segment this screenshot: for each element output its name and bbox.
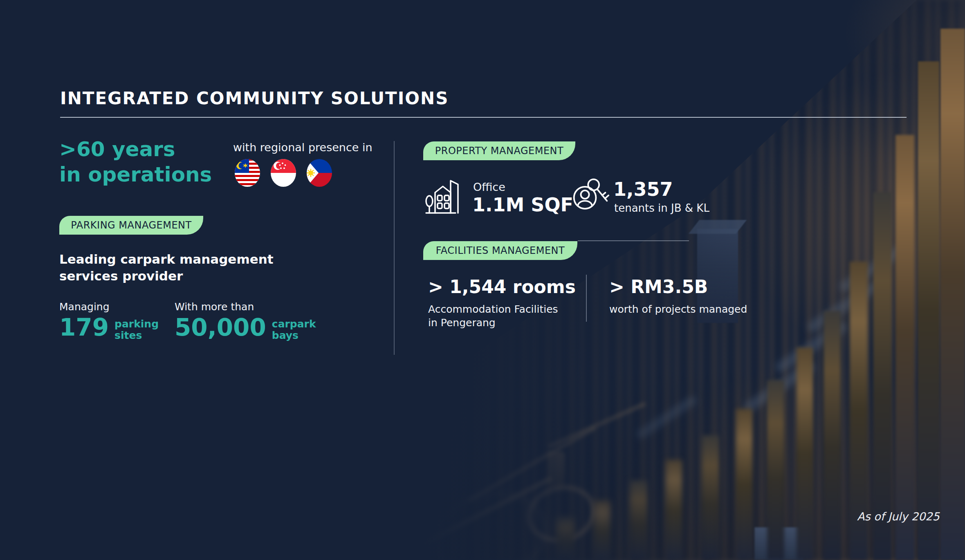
regional-presence-note: with regional presence in xyxy=(233,141,373,154)
regional-flags xyxy=(234,159,332,187)
stat-lead: With more than xyxy=(175,301,316,313)
parking-sites-stat: Managing 179 parking sites xyxy=(59,301,159,341)
office-label: Office xyxy=(473,181,505,193)
property-management-badge: PROPERTY MANAGEMENT xyxy=(423,141,575,160)
facilities-stat-divider xyxy=(586,275,587,322)
singapore-flag-icon xyxy=(270,159,296,187)
stat-row: 179 parking sites xyxy=(59,315,159,341)
stat-unit-line1: parking xyxy=(114,318,159,330)
stat-unit: parking sites xyxy=(114,318,159,341)
stat-row: 50,000 carpark bays xyxy=(175,315,316,341)
tenants-label: tenants in JB & KL xyxy=(614,202,709,214)
malaysia-flag-icon xyxy=(234,159,260,187)
stat-unit-line2: bays xyxy=(272,330,316,341)
page-title: INTEGRATED COMMUNITY SOLUTIONS xyxy=(60,88,449,108)
projects-desc-line1: worth of projects managed xyxy=(609,302,747,316)
parking-headline-line2: services provider xyxy=(59,268,274,284)
office-area-value: 1.1M SQF xyxy=(472,194,573,216)
slide-content: INTEGRATED COMMUNITY SOLUTIONS >60 years… xyxy=(0,0,965,560)
parking-management-badge: PARKING MANAGEMENT xyxy=(59,216,203,235)
philippines-flag-icon xyxy=(306,159,332,187)
tenants-count: 1,357 xyxy=(613,178,673,200)
rooms-value: > 1,544 rooms xyxy=(428,277,576,297)
experience-headline: >60 years in operations xyxy=(59,137,212,187)
stat-lead: Managing xyxy=(59,301,159,313)
projects-stat: > RM3.5B worth of projects managed xyxy=(609,277,747,316)
carpark-bays-stat: With more than 50,000 carpark bays xyxy=(175,301,316,341)
projects-value: > RM3.5B xyxy=(609,277,747,297)
building-icon xyxy=(425,174,466,215)
as-of-date: As of July 2025 xyxy=(857,510,940,523)
stat-unit-line2: sites xyxy=(114,330,159,341)
rooms-stat: > 1,544 rooms Accommodation Facilities i… xyxy=(428,277,576,329)
parking-headline-line1: Leading carpark management xyxy=(59,251,274,268)
column-divider xyxy=(394,141,395,355)
facilities-rule xyxy=(578,240,689,241)
person-key-icon xyxy=(571,173,610,216)
experience-line1: >60 years xyxy=(59,137,212,162)
projects-desc: worth of projects managed xyxy=(609,302,747,316)
stat-value: 50,000 xyxy=(175,315,266,340)
rooms-desc-line2: in Pengerang xyxy=(428,316,576,329)
stat-unit-line1: carpark xyxy=(272,318,316,330)
facilities-management-badge: FACILITIES MANAGEMENT xyxy=(423,241,577,260)
rooms-desc: Accommodation Facilities in Pengerang xyxy=(428,302,576,329)
stat-unit: carpark bays xyxy=(272,318,316,341)
stat-value: 179 xyxy=(59,315,109,340)
slide: INTEGRATED COMMUNITY SOLUTIONS >60 years… xyxy=(0,0,965,560)
rooms-desc-line1: Accommodation Facilities xyxy=(428,302,576,316)
title-rule xyxy=(60,117,907,118)
parking-headline: Leading carpark management services prov… xyxy=(59,251,274,284)
experience-line2: in operations xyxy=(59,162,212,187)
